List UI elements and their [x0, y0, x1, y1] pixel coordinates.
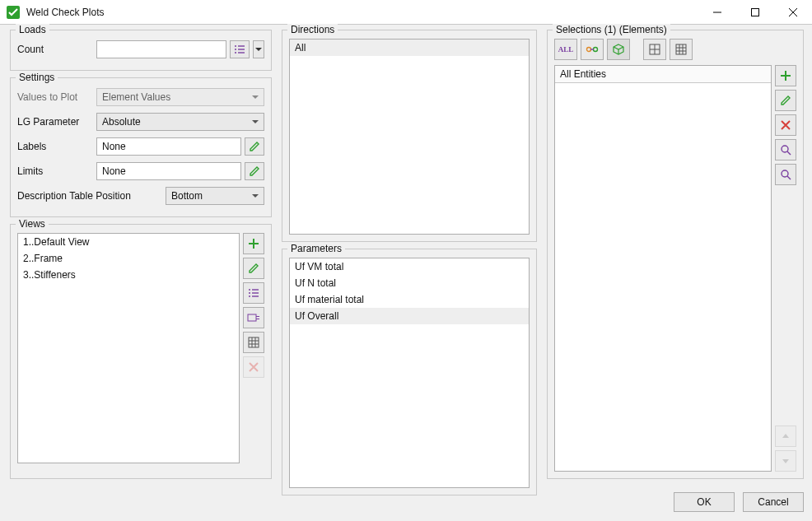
svg-point-19 [594, 48, 598, 52]
views-rename-button[interactable] [243, 307, 264, 328]
svg-rect-16 [256, 319, 259, 319]
svg-rect-9 [252, 289, 259, 290]
loads-group: Loads Count [10, 30, 272, 71]
directions-list[interactable]: All [289, 39, 530, 235]
svg-point-10 [249, 292, 250, 294]
svg-rect-1 [752, 8, 759, 16]
all-icon-label: ALL [558, 45, 574, 53]
views-legend: Views [16, 218, 49, 230]
svg-rect-13 [252, 295, 259, 296]
sel-zoom2-button[interactable] [775, 164, 796, 185]
sel-add-button[interactable] [775, 65, 796, 86]
svg-point-22 [782, 146, 788, 152]
views-add-button[interactable] [243, 233, 264, 254]
sel-grid4-button[interactable] [643, 39, 666, 60]
list-item[interactable]: 3..Stiffeners [18, 267, 239, 283]
views-edit-button[interactable] [243, 258, 264, 279]
desc-pos-label: Description Table Position [17, 190, 166, 202]
loads-legend: Loads [16, 24, 49, 35]
parameters-list[interactable]: Uf VM totalUf N totalUf material totalUf… [289, 258, 530, 488]
list-item[interactable]: Uf Overall [290, 308, 529, 324]
svg-point-4 [235, 49, 236, 50]
chevron-down-icon [252, 95, 259, 99]
directions-group: Directions All [282, 30, 537, 242]
list-item[interactable]: 2..Frame [18, 250, 239, 267]
labels-select[interactable]: None [96, 137, 241, 156]
parameters-group: Parameters Uf VM totalUf N totalUf mater… [282, 249, 537, 495]
svg-rect-17 [249, 337, 259, 347]
sel-zoom-button[interactable] [775, 139, 796, 160]
selections-group: Selections (1) (Elements) ALL [547, 30, 804, 479]
views-list-button[interactable] [243, 282, 264, 304]
sel-cube-button[interactable] [607, 39, 630, 60]
views-table-button[interactable] [243, 332, 264, 353]
list-item[interactable]: All [290, 40, 529, 56]
sel-move-down-button[interactable] [775, 450, 796, 472]
desc-pos-value: Bottom [171, 190, 203, 202]
svg-rect-15 [256, 316, 259, 317]
window-title: Weld Check Plots [26, 7, 698, 18]
list-item[interactable]: 1..Default View [18, 234, 239, 250]
values-to-plot-label: Values to Plot [17, 91, 96, 103]
cancel-button[interactable]: Cancel [743, 492, 804, 512]
svg-rect-7 [238, 52, 245, 53]
svg-point-23 [782, 170, 788, 177]
count-label: Count [17, 44, 96, 55]
list-item[interactable]: Uf VM total [290, 258, 529, 275]
selections-list[interactable]: All Entities [554, 65, 772, 472]
lg-parameter-value: Absolute [102, 116, 141, 128]
app-checkmark-icon [7, 6, 20, 19]
limits-label: Limits [17, 165, 96, 177]
sel-grid9-button[interactable] [670, 39, 693, 60]
window-maximize-button[interactable] [736, 0, 774, 25]
svg-point-18 [587, 48, 591, 52]
limits-edit-button[interactable] [245, 162, 264, 180]
values-to-plot-value: Element Values [102, 91, 170, 103]
sel-edit-button[interactable] [775, 90, 796, 111]
svg-rect-5 [238, 49, 245, 49]
svg-point-8 [249, 289, 250, 291]
sel-delete-button[interactable] [775, 114, 796, 136]
sel-linked-button[interactable] [581, 39, 604, 60]
sel-all-button[interactable]: ALL [554, 39, 577, 60]
svg-rect-11 [252, 292, 259, 293]
window-close-button[interactable] [774, 0, 812, 25]
sel-move-up-button[interactable] [775, 426, 796, 447]
views-delete-button[interactable] [243, 356, 264, 378]
desc-pos-select[interactable]: Bottom [166, 187, 264, 205]
ok-button[interactable]: OK [674, 492, 735, 512]
settings-legend: Settings [16, 72, 58, 83]
list-item[interactable]: Uf N total [290, 275, 529, 291]
list-item[interactable]: Uf material total [290, 291, 529, 308]
count-dropdown-button[interactable] [253, 40, 264, 58]
window-minimize-button[interactable] [698, 0, 736, 25]
svg-point-12 [249, 295, 250, 297]
limits-select[interactable]: None [96, 162, 241, 180]
svg-rect-3 [238, 45, 245, 46]
selections-legend: Selections (1) (Elements) [553, 24, 670, 35]
parameters-legend: Parameters [287, 243, 345, 254]
svg-point-2 [235, 45, 236, 47]
views-list[interactable]: 1..Default View2..Frame3..Stiffeners [17, 233, 240, 463]
lg-parameter-select[interactable]: Absolute [96, 113, 264, 131]
views-group: Views 1..Default View2..Frame3..Stiffene… [10, 224, 272, 479]
svg-rect-21 [676, 44, 686, 54]
count-field[interactable] [96, 40, 226, 58]
labels-label: Labels [17, 141, 96, 152]
directions-legend: Directions [287, 24, 338, 35]
values-to-plot-select[interactable]: Element Values [96, 88, 264, 106]
selections-list-header: All Entities [555, 66, 771, 83]
svg-point-6 [235, 52, 236, 53]
labels-edit-button[interactable] [245, 137, 264, 156]
count-list-button[interactable] [230, 40, 250, 58]
svg-rect-14 [248, 314, 256, 321]
limits-value: None [102, 165, 126, 177]
ok-button-label: OK [697, 496, 711, 508]
chevron-down-icon [252, 194, 259, 198]
labels-value: None [102, 141, 126, 152]
settings-group: Settings Values to Plot Element Values L… [10, 77, 272, 217]
lg-parameter-label: LG Parameter [17, 116, 96, 128]
chevron-down-icon [252, 120, 259, 123]
cancel-button-label: Cancel [758, 496, 788, 508]
title-bar: Weld Check Plots [0, 0, 812, 25]
